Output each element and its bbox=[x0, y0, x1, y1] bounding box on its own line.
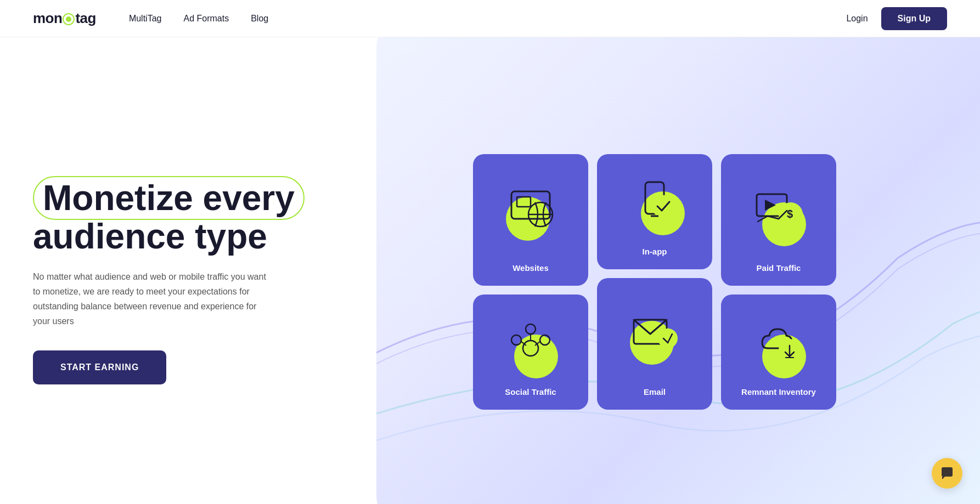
svg-point-5 bbox=[511, 335, 521, 345]
logo[interactable]: montag bbox=[33, 10, 96, 27]
nav-multitag[interactable]: MultiTag bbox=[129, 14, 162, 23]
chat-icon bbox=[939, 466, 955, 481]
svg-point-4 bbox=[523, 341, 538, 356]
nav-actions: Login Sign Up bbox=[846, 7, 947, 30]
logo-text: montag bbox=[33, 10, 96, 27]
hero-left: Monetize every audience type No matter w… bbox=[33, 179, 340, 385]
start-earning-button[interactable]: START EARNING bbox=[33, 350, 166, 384]
email-icon-wrap bbox=[622, 304, 688, 365]
inapp-icon bbox=[630, 178, 679, 227]
websites-icon-wrap bbox=[498, 180, 564, 241]
card-email[interactable]: Email bbox=[597, 278, 712, 410]
nav-adformats[interactable]: Ad Formats bbox=[183, 14, 229, 23]
headline-highlight: Monetize every bbox=[33, 176, 305, 220]
svg-point-15 bbox=[658, 329, 678, 348]
inapp-icon-wrap bbox=[622, 172, 688, 233]
card-icon-area-inapp bbox=[606, 165, 703, 240]
signup-button[interactable]: Sign Up bbox=[881, 7, 947, 30]
card-inapp[interactable]: In-app bbox=[597, 154, 712, 269]
logo-o-icon bbox=[63, 13, 75, 25]
card-icon-area-social bbox=[482, 305, 579, 381]
card-websites[interactable]: Websites bbox=[473, 154, 588, 286]
paid-icon: $ bbox=[751, 186, 806, 235]
svg-point-6 bbox=[540, 335, 550, 345]
card-label-paid: Paid Traffic bbox=[757, 263, 801, 273]
login-button[interactable]: Login bbox=[846, 14, 868, 24]
social-icon-wrap bbox=[498, 313, 564, 373]
card-remnant[interactable]: Remnant Inventory bbox=[721, 295, 836, 410]
svg-text:$: $ bbox=[787, 208, 793, 220]
cards-grid: Websites bbox=[473, 154, 836, 410]
social-icon bbox=[503, 318, 558, 367]
card-label-remnant: Remnant Inventory bbox=[741, 387, 816, 397]
card-label-email: Email bbox=[644, 387, 666, 397]
card-paid[interactable]: $ Paid Traffic bbox=[721, 154, 836, 286]
hero-right: Websites bbox=[362, 154, 947, 410]
card-icon-area-remnant bbox=[730, 305, 827, 381]
hero-headline: Monetize every audience type bbox=[33, 179, 340, 256]
nav-blog[interactable]: Blog bbox=[251, 14, 268, 23]
svg-point-12 bbox=[652, 195, 674, 217]
card-icon-area-email bbox=[606, 289, 703, 381]
websites-icon bbox=[503, 186, 558, 235]
hero-description: No matter what audience and web or mobil… bbox=[33, 269, 269, 329]
card-icon-area-websites bbox=[482, 165, 579, 257]
nav-links: MultiTag Ad Formats Blog bbox=[129, 14, 847, 24]
card-label-social: Social Traffic bbox=[505, 387, 556, 397]
paid-icon-wrap: $ bbox=[746, 180, 812, 241]
headline-type: type bbox=[195, 217, 267, 256]
card-label-inapp: In-app bbox=[643, 247, 667, 256]
remnant-icon bbox=[751, 318, 806, 367]
email-icon bbox=[627, 310, 682, 359]
svg-marker-17 bbox=[765, 200, 776, 211]
chat-bubble[interactable] bbox=[932, 458, 962, 489]
hero-section: Monetize every audience type No matter w… bbox=[0, 37, 980, 504]
remnant-icon-wrap bbox=[746, 313, 812, 373]
card-social[interactable]: Social Traffic bbox=[473, 295, 588, 410]
card-label-websites: Websites bbox=[512, 263, 549, 273]
navbar: montag MultiTag Ad Formats Blog Login Si… bbox=[0, 0, 980, 37]
svg-point-7 bbox=[526, 324, 536, 334]
svg-rect-1 bbox=[517, 197, 531, 207]
headline-bold: audience bbox=[33, 217, 185, 256]
card-icon-area-paid: $ bbox=[730, 165, 827, 257]
